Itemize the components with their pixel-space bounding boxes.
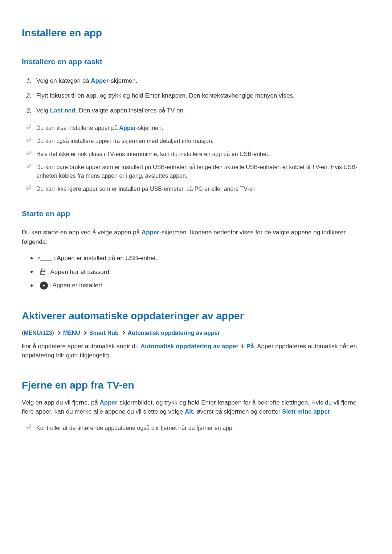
text: -skjermen. xyxy=(109,77,137,84)
install-steps-list: 1. Velg en kategori på Apper-skjermen. 2… xyxy=(26,76,370,116)
remove-notes-list: Kontroller at de tilhørende appdataene o… xyxy=(26,424,370,432)
emphasis: På xyxy=(246,343,254,350)
text: til xyxy=(238,343,246,350)
text: -skjermen. xyxy=(136,125,163,131)
text: Velg xyxy=(36,107,50,114)
breadcrumb-item: Automatisk oppdatering av apper xyxy=(128,330,220,336)
pencil-icon xyxy=(26,124,36,132)
text: : Appen er installert. xyxy=(49,281,104,290)
bullet-icon xyxy=(30,271,33,273)
emphasis: Apper xyxy=(119,125,136,131)
list-item: : Appen er installert på en USB-enhet. xyxy=(30,254,370,263)
list-item: Kontroller at de tilhørende appdataene o… xyxy=(26,424,370,432)
pencil-icon xyxy=(26,150,36,158)
list-item: Hvis det ikke er nok plass i TV-ens inte… xyxy=(26,150,370,159)
remove-app-para: Velg en app du vil fjerne, på Apper-skje… xyxy=(22,398,370,416)
list-item: : Appen har et passord. xyxy=(30,267,370,277)
list-item: Du kan også installere appen fra skjerme… xyxy=(26,137,370,145)
step-number: 2. xyxy=(26,91,36,101)
text: øverst på skjermen og deretter xyxy=(195,408,282,415)
note-body: Du kan ikke kjøre apper som er installer… xyxy=(36,185,370,193)
emphasis: Apper xyxy=(142,229,159,236)
chevron-right-icon xyxy=(83,331,87,335)
text: Velg en kategori på xyxy=(36,77,91,84)
emphasis: Automatisk oppdatering av apper xyxy=(140,343,238,350)
note-body: Du kan vise installerte apper på Apper-s… xyxy=(36,124,370,132)
list-item: 3. Velg Last ned. Den valgte appen insta… xyxy=(26,106,370,116)
pencil-icon xyxy=(26,163,36,171)
note-body: Kontroller at de tilhørende appdataene o… xyxy=(36,424,234,432)
text: Du kan vise installerte apper på xyxy=(36,125,119,131)
breadcrumb-item: MENU/123 xyxy=(24,330,52,336)
list-item: Du kan ikke kjøre apper som er installer… xyxy=(26,185,370,193)
icon-meaning-list: : Appen er installert på en USB-enhet. :… xyxy=(30,254,370,290)
breadcrumb-item: MENU xyxy=(63,330,80,336)
breadcrumb: (MENU/123) MENU Smart Hub Automatisk opp… xyxy=(22,329,370,337)
step-number: 1. xyxy=(26,76,36,86)
section-auto-update: Aktiverer automatiske oppdateringer av a… xyxy=(22,308,370,324)
download-icon xyxy=(40,282,48,290)
pencil-icon xyxy=(26,424,36,432)
emphasis: Apper xyxy=(91,77,109,84)
text: : Appen har et passord. xyxy=(47,267,111,277)
list-item: : Appen er installert. xyxy=(30,281,370,290)
list-item: 2. Flytt fokuset til en app, og trykk og… xyxy=(26,91,370,101)
pencil-icon xyxy=(26,137,36,145)
text: . xyxy=(330,408,332,415)
text: For å oppdatere apper automatisk angir d… xyxy=(22,343,140,350)
page-title: Installere en app xyxy=(22,25,370,41)
auto-update-para: For å oppdatere apper automatisk angir d… xyxy=(22,342,370,360)
pencil-icon xyxy=(26,185,36,193)
text: . Den valgte appen installeres på TV-en. xyxy=(75,107,185,114)
note-body: Du kan bare bruke apper som er installer… xyxy=(36,163,370,180)
list-item: 1. Velg en kategori på Apper-skjermen. xyxy=(26,76,370,86)
text: ) xyxy=(52,330,56,336)
step-number: 3. xyxy=(26,106,36,116)
install-notes-list: Du kan vise installerte apper på Apper-s… xyxy=(26,124,370,193)
list-item: Du kan bare bruke apper som er installer… xyxy=(26,163,370,180)
start-app-intro: Du kan starte en app ved å velge appen p… xyxy=(22,228,370,246)
section-start-app: Starte en app xyxy=(22,208,370,219)
text: Du kan starte en app ved å velge appen p… xyxy=(22,229,142,236)
list-item: Du kan vise installerte apper på Apper-s… xyxy=(26,124,370,132)
emphasis: Apper xyxy=(100,399,118,406)
note-body: Du kan også installere appen fra skjerme… xyxy=(36,137,370,145)
text: Velg en app du vil fjerne, på xyxy=(22,399,100,406)
step-body: Velg en kategori på Apper-skjermen. xyxy=(36,76,370,86)
chevron-right-icon xyxy=(57,331,61,335)
lock-icon xyxy=(40,268,46,275)
chevron-right-icon xyxy=(121,331,125,335)
step-body: Flytt fokuset til en app, og trykk og ho… xyxy=(36,91,370,100)
section-remove-app: Fjerne en app fra TV-en xyxy=(22,378,370,393)
bullet-icon xyxy=(30,284,33,287)
breadcrumb-item: Smart Hub xyxy=(89,330,119,336)
section-install-quick: Installere en app raskt xyxy=(22,56,370,67)
text: : Appen er installert på en USB-enhet. xyxy=(54,254,157,263)
usb-icon xyxy=(40,256,52,261)
step-body: Velg Last ned. Den valgte appen installe… xyxy=(36,106,370,115)
bullet-icon xyxy=(30,257,33,259)
emphasis: Alt. xyxy=(185,408,195,415)
note-body: Hvis det ikke er nok plass i TV-ens inte… xyxy=(36,150,370,159)
emphasis: Last ned xyxy=(50,107,75,114)
emphasis: Slett mine apper xyxy=(282,408,330,415)
